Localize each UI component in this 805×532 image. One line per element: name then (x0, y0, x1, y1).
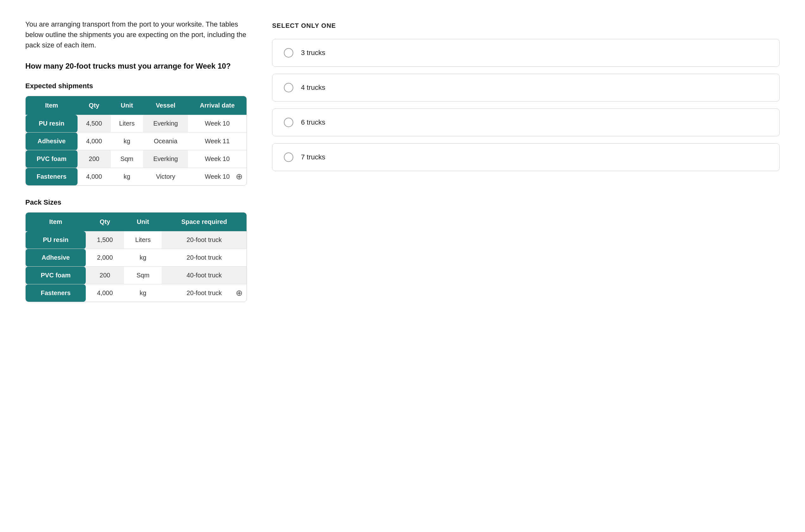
radio-circle[interactable] (284, 48, 293, 58)
option-label: 6 trucks (301, 118, 325, 127)
shipments-table: Item Qty Unit Vessel Arrival date PU res… (26, 96, 246, 185)
shipment-qty-cell: 4,000 (77, 168, 111, 186)
pack-qty-cell: 200 (86, 267, 124, 284)
radio-circle[interactable] (284, 83, 293, 92)
shipment-vessel-cell: Oceania (143, 133, 188, 150)
shipments-header-arrival: Arrival date (188, 96, 246, 115)
table-row: PU resin4,500LitersEverkingWeek 10 (26, 115, 246, 133)
page-container: You are arranging transport from the por… (0, 0, 805, 334)
option-label: 4 trucks (301, 83, 325, 92)
pack-unit-cell: kg (124, 249, 162, 267)
pack-item-cell: PVC foam (26, 267, 86, 284)
pack-space-cell: 20-foot truck (162, 284, 246, 302)
shipment-unit-cell: kg (111, 133, 143, 150)
pack-header-unit: Unit (124, 212, 162, 231)
pack-unit-cell: kg (124, 284, 162, 302)
table-row: PVC foam200SqmEverkingWeek 10 (26, 150, 246, 168)
select-label: SELECT ONLY ONE (272, 22, 780, 30)
pack-item-cell: PU resin (26, 231, 86, 249)
shipment-arrival-cell: Week 11 (188, 133, 246, 150)
radio-circle[interactable] (284, 152, 293, 162)
radio-circle[interactable] (284, 118, 293, 127)
pack-item-cell: Adhesive (26, 249, 86, 267)
pack-sizes-table: Item Qty Unit Space required PU resin1,5… (26, 212, 246, 302)
shipment-item-cell: Adhesive (26, 133, 77, 150)
shipment-vessel-cell: Victory (143, 168, 188, 186)
table-row: Fasteners4,000kgVictoryWeek 10 (26, 168, 246, 186)
table-row: Adhesive2,000kg20-foot truck (26, 249, 246, 267)
pack-header-space: Space required (162, 212, 246, 231)
option-box[interactable]: 3 trucks (272, 39, 780, 67)
shipment-unit-cell: kg (111, 168, 143, 186)
table-row: Adhesive4,000kgOceaniaWeek 11 (26, 133, 246, 150)
pack-space-cell: 40-foot truck (162, 267, 246, 284)
shipment-item-cell: Fasteners (26, 168, 77, 186)
pack-unit-cell: Sqm (124, 267, 162, 284)
pack-sizes-section: Pack Sizes Item Qty Unit Space required … (25, 198, 247, 302)
pack-header-item: Item (26, 212, 86, 231)
shipment-qty-cell: 4,500 (77, 115, 111, 133)
pack-qty-cell: 1,500 (86, 231, 124, 249)
shipment-qty-cell: 200 (77, 150, 111, 168)
table-row: Fasteners4,000kg20-foot truck (26, 284, 246, 302)
shipments-title: Expected shipments (25, 82, 247, 90)
option-box[interactable]: 7 trucks (272, 143, 780, 171)
intro-text: You are arranging transport from the por… (25, 19, 247, 50)
shipment-item-cell: PVC foam (26, 150, 77, 168)
shipments-section: Expected shipments Item Qty Unit Vessel … (25, 82, 247, 186)
option-box[interactable]: 4 trucks (272, 74, 780, 101)
pack-qty-cell: 2,000 (86, 249, 124, 267)
shipment-unit-cell: Sqm (111, 150, 143, 168)
shipment-item-cell: PU resin (26, 115, 77, 133)
option-label: 3 trucks (301, 49, 325, 57)
left-panel: You are arranging transport from the por… (25, 19, 247, 315)
option-label: 7 trucks (301, 153, 325, 161)
shipment-qty-cell: 4,000 (77, 133, 111, 150)
options-container: 3 trucks4 trucks6 trucks7 trucks (272, 39, 780, 171)
pack-sizes-table-wrapper: Item Qty Unit Space required PU resin1,5… (25, 212, 247, 302)
shipments-zoom-icon[interactable]: ⊕ (236, 172, 243, 182)
shipment-arrival-cell: Week 10 (188, 115, 246, 133)
right-panel: SELECT ONLY ONE 3 trucks4 trucks6 trucks… (272, 19, 780, 315)
shipment-vessel-cell: Everking (143, 150, 188, 168)
option-box[interactable]: 6 trucks (272, 109, 780, 136)
pack-unit-cell: Liters (124, 231, 162, 249)
shipments-header-unit: Unit (111, 96, 143, 115)
question-text: How many 20-foot trucks must you arrange… (25, 62, 247, 71)
shipments-header-item: Item (26, 96, 77, 115)
table-row: PU resin1,500Liters20-foot truck (26, 231, 246, 249)
shipment-arrival-cell: Week 10 (188, 150, 246, 168)
table-row: PVC foam200Sqm40-foot truck (26, 267, 246, 284)
pack-sizes-title: Pack Sizes (25, 198, 247, 207)
pack-qty-cell: 4,000 (86, 284, 124, 302)
shipment-unit-cell: Liters (111, 115, 143, 133)
pack-space-cell: 20-foot truck (162, 231, 246, 249)
shipments-header-vessel: Vessel (143, 96, 188, 115)
shipments-header-qty: Qty (77, 96, 111, 115)
pack-space-cell: 20-foot truck (162, 249, 246, 267)
shipments-table-wrapper: Item Qty Unit Vessel Arrival date PU res… (25, 96, 247, 186)
shipment-vessel-cell: Everking (143, 115, 188, 133)
pack-item-cell: Fasteners (26, 284, 86, 302)
pack-header-qty: Qty (86, 212, 124, 231)
pack-zoom-icon[interactable]: ⊕ (236, 288, 243, 298)
